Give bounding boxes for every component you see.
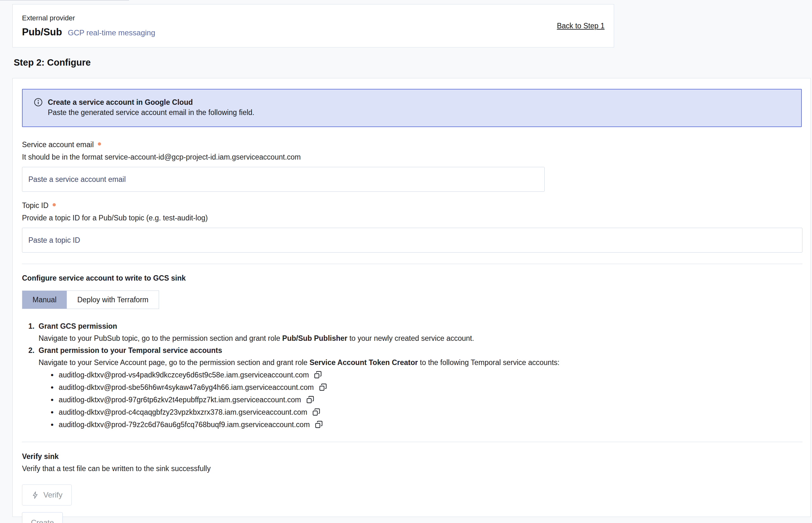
service-account-email: auditlog-dktxv@prod-79z2c6d76au6g5fcq768…	[59, 418, 310, 431]
back-to-step-1-link[interactable]: Back to Step 1	[557, 22, 604, 30]
verify-button-row: Verify	[22, 473, 802, 505]
step-title: Grant permission to your Temporal servic…	[38, 344, 222, 356]
service-account-item: auditlog-dktxv@prod-vs4padk9dkczcey6d6st…	[51, 368, 802, 381]
service-account-email: auditlog-dktxv@prod-sbe56h6wr4sykaw47a6y…	[59, 381, 314, 393]
service-account-item: auditlog-dktxv@prod-c4cqaqgbfzy23vpzkbxz…	[51, 406, 802, 418]
copy-icon[interactable]	[312, 408, 321, 416]
step-number: 2.	[28, 344, 38, 356]
required-dot	[98, 142, 101, 146]
step-body: Navigate to your PubSub topic, go to the…	[38, 332, 802, 344]
sink-config-tabs: Manual Deploy with Terraform	[22, 290, 159, 309]
verify-sink-heading: Verify sink	[22, 452, 802, 461]
provider-eyebrow: External provider	[22, 14, 155, 22]
step-number: 1.	[28, 320, 38, 332]
step-body-text: to your newly created service account.	[347, 334, 474, 342]
create-button-label: Create	[31, 518, 54, 523]
service-account-list: auditlog-dktxv@prod-vs4padk9dkczcey6d6st…	[51, 368, 802, 431]
alert-body: Paste the generated service account emai…	[48, 107, 254, 118]
step-title: Grant GCS permission	[38, 320, 117, 332]
copy-icon[interactable]	[319, 383, 327, 392]
tab-deploy-with-terraform[interactable]: Deploy with Terraform	[67, 291, 158, 309]
service-account-item: auditlog-dktxv@prod-sbe56h6wr4sykaw47a6y…	[51, 381, 802, 393]
topic-id-input[interactable]	[22, 228, 802, 253]
configure-sink-heading: Configure service account to write to GC…	[22, 274, 802, 283]
copy-icon[interactable]	[315, 420, 323, 429]
alert-title: Create a service account in Google Cloud	[48, 97, 254, 107]
provider-info: External provider Pub/Sub GCP real-time …	[22, 14, 155, 38]
service-account-email-helper: It should be in the format service-accou…	[22, 153, 802, 162]
verify-button-label: Verify	[43, 490, 63, 500]
provider-title: Pub/Sub	[22, 26, 62, 38]
step-body: Navigate to your Service Account page, g…	[38, 356, 802, 368]
topic-id-group: Topic ID Provide a topic ID for a Pub/Su…	[22, 201, 802, 253]
info-alert: Create a service account in Google Cloud…	[22, 89, 802, 127]
topic-id-label: Topic ID	[22, 201, 49, 210]
step-grant-temporal-permission: 2. Grant permission to your Temporal ser…	[22, 344, 802, 431]
service-account-email-group: Service account email It should be in th…	[22, 141, 802, 192]
topic-id-helper: Provide a topic ID for a Pub/Sub topic (…	[22, 214, 802, 222]
field-label-row: Service account email	[22, 141, 802, 149]
alert-text: Create a service account in Google Cloud…	[48, 97, 254, 118]
service-account-item: auditlog-dktxv@prod-79z2c6d76au6g5fcq768…	[51, 418, 802, 431]
step-body-text: Navigate to your PubSub topic, go to the…	[38, 334, 282, 342]
verify-sink-description: Verify that a test file can be written t…	[22, 464, 802, 473]
step-body-role: Service Account Token Creator	[310, 358, 418, 367]
step-title-row: 2. Grant permission to your Temporal ser…	[28, 344, 802, 356]
service-account-email: auditlog-dktxv@prod-97gr6tp6zkv2t4epubff…	[59, 394, 301, 406]
provider-card: External provider Pub/Sub GCP real-time …	[13, 4, 614, 48]
service-account-email: auditlog-dktxv@prod-vs4padk9dkczcey6d6st…	[59, 369, 309, 381]
provider-subtitle: GCP real-time messaging	[68, 28, 155, 37]
create-button[interactable]: Create	[22, 512, 63, 523]
section-divider	[22, 442, 802, 442]
section-divider	[22, 264, 802, 264]
info-icon	[34, 98, 43, 108]
top-partial-divider	[0, 0, 129, 1]
step-body-role: Pub/Sub Publisher	[282, 334, 347, 342]
configure-card: Create a service account in Google Cloud…	[13, 78, 811, 517]
verify-button[interactable]: Verify	[22, 485, 72, 505]
required-dot	[53, 203, 56, 206]
copy-icon[interactable]	[306, 395, 315, 404]
step-body-text: to the following Temporal service accoun…	[418, 358, 559, 367]
manual-steps: 1. Grant GCS permission Navigate to your…	[22, 320, 802, 431]
service-account-item: auditlog-dktxv@prod-97gr6tp6zkv2t4epubff…	[51, 393, 802, 406]
field-label-row: Topic ID	[22, 201, 802, 210]
copy-icon[interactable]	[314, 371, 322, 379]
step-title-row: 1. Grant GCS permission	[28, 320, 802, 332]
tab-manual[interactable]: Manual	[22, 291, 67, 309]
service-account-email: auditlog-dktxv@prod-c4cqaqgbfzy23vpzkbxz…	[59, 406, 307, 418]
service-account-email-label: Service account email	[22, 141, 94, 149]
service-account-email-input[interactable]	[22, 167, 545, 192]
step-body-text: Navigate to your Service Account page, g…	[38, 358, 310, 367]
step-heading: Step 2: Configure	[14, 57, 91, 68]
step-grant-gcs-permission: 1. Grant GCS permission Navigate to your…	[22, 320, 802, 344]
zap-icon	[31, 491, 39, 499]
provider-title-row: Pub/Sub GCP real-time messaging	[22, 26, 155, 38]
